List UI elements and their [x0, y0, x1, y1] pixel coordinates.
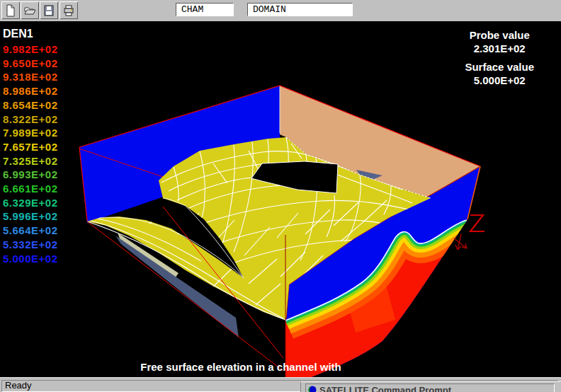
legend-entry: 5.332E+02 [3, 238, 58, 252]
print-button[interactable] [60, 1, 78, 19]
legend-entry: 7.657E+02 [3, 140, 58, 154]
domain-field[interactable]: DOMAIN [247, 3, 353, 16]
surface-value: 5.000E+02 [465, 74, 534, 87]
legend-entry: 6.329E+02 [3, 196, 58, 210]
legend-entry: 7.989E+02 [3, 126, 58, 140]
taskbar-satellite-button[interactable]: SATELLITE Command Prompt [305, 384, 555, 392]
legend-title: DEN1 [3, 27, 58, 41]
legend-entry: 9.650E+02 [3, 57, 58, 71]
save-button[interactable] [40, 1, 58, 19]
color-legend: DEN1 9.982E+02 9.650E+02 9.318E+02 8.986… [3, 27, 58, 265]
probe-value: 2.301E+02 [465, 42, 534, 55]
legend-entry: 6.661E+02 [3, 182, 58, 196]
probe-label: Probe value [465, 28, 534, 42]
photon-window: { "toolbar": { "buttons": ["new-document… [0, 0, 561, 392]
legend-entry: 8.654E+02 [3, 98, 58, 113]
windows-taskbar: SATELLITE Command Prompt [300, 381, 561, 392]
render-viewport: DEN1 9.982E+02 9.650E+02 9.318E+02 8.986… [0, 21, 561, 377]
satellite-app-icon [308, 386, 317, 392]
legend-entry: 5.000E+02 [3, 252, 58, 266]
surface-label: Surface value [465, 60, 534, 74]
probe-readout: Probe value 2.301E+02 Surface value 5.00… [465, 28, 534, 87]
new-document-icon [4, 4, 17, 17]
legend-entry: 6.993E+02 [3, 168, 58, 182]
new-document-button[interactable] [1, 1, 20, 19]
print-icon [62, 4, 75, 17]
legend-entry: 5.996E+02 [3, 209, 58, 224]
legend-entry: 8.986E+02 [3, 84, 58, 98]
legend-entry: 9.318E+02 [3, 70, 58, 84]
cham-field[interactable]: CHAM [176, 3, 234, 16]
taskbar-button-label: SATELLITE Command Prompt [319, 385, 451, 392]
legend-entry: 9.982E+02 [3, 42, 58, 57]
open-button[interactable] [21, 1, 39, 19]
open-folder-icon [23, 4, 36, 17]
z-axis-glyph [470, 215, 484, 231]
save-floppy-icon [42, 4, 55, 17]
toolbar: CHAM DOMAIN [0, 0, 561, 21]
legend-entry: 7.325E+02 [3, 154, 58, 168]
legend-entry: 5.664E+02 [3, 224, 58, 238]
plot-caption: Free surface elevation in a channel with [0, 361, 482, 373]
legend-entry: 8.322E+02 [3, 113, 58, 127]
